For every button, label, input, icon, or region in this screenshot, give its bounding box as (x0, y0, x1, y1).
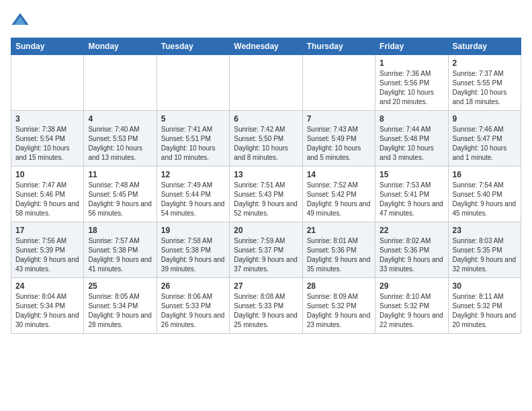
day-info: Sunrise: 8:08 AM Sunset: 5:33 PM Dayligh… (234, 292, 298, 330)
weekday-header: Saturday (448, 38, 521, 55)
day-info: Sunrise: 7:46 AM Sunset: 5:47 PM Dayligh… (453, 125, 517, 163)
calendar-body: 1Sunrise: 7:36 AM Sunset: 5:56 PM Daylig… (11, 55, 521, 334)
calendar-cell: 3Sunrise: 7:38 AM Sunset: 5:54 PM Daylig… (11, 111, 84, 167)
day-info: Sunrise: 7:44 AM Sunset: 5:48 PM Dayligh… (380, 125, 443, 163)
day-info: Sunrise: 7:52 AM Sunset: 5:42 PM Dayligh… (307, 181, 371, 218)
day-info: Sunrise: 7:36 AM Sunset: 5:56 PM Dayligh… (380, 69, 443, 107)
weekday-header: Thursday (302, 38, 375, 55)
day-info: Sunrise: 7:51 AM Sunset: 5:43 PM Dayligh… (234, 181, 298, 218)
day-info: Sunrise: 8:01 AM Sunset: 5:36 PM Dayligh… (307, 236, 371, 274)
calendar-cell: 12Sunrise: 7:49 AM Sunset: 5:44 PM Dayli… (157, 167, 229, 222)
calendar-cell: 2Sunrise: 7:37 AM Sunset: 5:55 PM Daylig… (448, 55, 521, 111)
day-info: Sunrise: 7:53 AM Sunset: 5:41 PM Dayligh… (380, 181, 443, 218)
calendar-week-row: 17Sunrise: 7:56 AM Sunset: 5:39 PM Dayli… (11, 222, 521, 278)
day-number: 5 (161, 114, 225, 124)
day-number: 25 (88, 281, 152, 291)
calendar-cell: 27Sunrise: 8:08 AM Sunset: 5:33 PM Dayli… (230, 278, 302, 334)
day-number: 21 (307, 226, 371, 235)
day-info: Sunrise: 8:05 AM Sunset: 5:34 PM Dayligh… (88, 292, 152, 330)
calendar-cell: 30Sunrise: 8:11 AM Sunset: 5:32 PM Dayli… (448, 278, 521, 334)
day-info: Sunrise: 8:02 AM Sunset: 5:36 PM Dayligh… (380, 236, 443, 274)
day-number: 27 (234, 281, 298, 291)
calendar-cell: 18Sunrise: 7:57 AM Sunset: 5:38 PM Dayli… (84, 222, 157, 278)
weekday-header: Sunday (11, 38, 84, 55)
day-info: Sunrise: 7:49 AM Sunset: 5:44 PM Dayligh… (161, 181, 225, 218)
calendar-cell: 25Sunrise: 8:05 AM Sunset: 5:34 PM Dayli… (84, 278, 157, 334)
day-number: 6 (234, 114, 298, 124)
day-number: 29 (380, 281, 443, 291)
day-info: Sunrise: 7:40 AM Sunset: 5:53 PM Dayligh… (88, 125, 152, 163)
weekday-header: Monday (84, 38, 157, 55)
day-number: 23 (453, 226, 517, 235)
day-number: 22 (380, 226, 443, 235)
calendar-cell (157, 55, 229, 111)
calendar-cell: 16Sunrise: 7:54 AM Sunset: 5:40 PM Dayli… (448, 167, 521, 222)
calendar-cell: 5Sunrise: 7:41 AM Sunset: 5:51 PM Daylig… (157, 111, 229, 167)
day-number: 1 (380, 58, 443, 68)
day-number: 24 (15, 281, 79, 291)
calendar-cell (11, 55, 84, 111)
day-info: Sunrise: 7:41 AM Sunset: 5:51 PM Dayligh… (161, 125, 225, 163)
calendar-cell: 26Sunrise: 8:06 AM Sunset: 5:33 PM Dayli… (157, 278, 229, 334)
calendar-header: SundayMondayTuesdayWednesdayThursdayFrid… (11, 38, 521, 55)
day-number: 28 (307, 281, 371, 291)
calendar-cell: 10Sunrise: 7:47 AM Sunset: 5:46 PM Dayli… (11, 167, 84, 222)
calendar-cell: 8Sunrise: 7:44 AM Sunset: 5:48 PM Daylig… (375, 111, 448, 167)
logo (11, 11, 32, 30)
calendar-cell: 20Sunrise: 7:59 AM Sunset: 5:37 PM Dayli… (230, 222, 302, 278)
calendar-cell: 9Sunrise: 7:46 AM Sunset: 5:47 PM Daylig… (448, 111, 521, 167)
weekday-header: Wednesday (230, 38, 302, 55)
day-info: Sunrise: 7:43 AM Sunset: 5:49 PM Dayligh… (307, 125, 371, 163)
day-info: Sunrise: 7:58 AM Sunset: 5:38 PM Dayligh… (161, 236, 225, 274)
day-number: 9 (453, 114, 517, 124)
day-number: 3 (15, 114, 79, 124)
logo-icon (11, 11, 30, 30)
day-info: Sunrise: 7:59 AM Sunset: 5:37 PM Dayligh… (234, 236, 298, 274)
day-number: 19 (161, 226, 225, 235)
day-number: 18 (88, 226, 152, 235)
calendar-cell: 17Sunrise: 7:56 AM Sunset: 5:39 PM Dayli… (11, 222, 84, 278)
day-number: 26 (161, 281, 225, 291)
weekday-header: Friday (375, 38, 448, 55)
calendar-cell: 24Sunrise: 8:04 AM Sunset: 5:34 PM Dayli… (11, 278, 84, 334)
day-number: 14 (307, 170, 371, 179)
day-number: 7 (307, 114, 371, 124)
day-info: Sunrise: 8:04 AM Sunset: 5:34 PM Dayligh… (15, 292, 79, 330)
day-number: 10 (15, 170, 79, 179)
calendar-cell (84, 55, 157, 111)
day-number: 4 (88, 114, 152, 124)
day-number: 8 (380, 114, 443, 124)
calendar-cell (302, 55, 375, 111)
day-info: Sunrise: 7:56 AM Sunset: 5:39 PM Dayligh… (15, 236, 79, 274)
calendar-cell: 11Sunrise: 7:48 AM Sunset: 5:45 PM Dayli… (84, 167, 157, 222)
calendar-cell: 7Sunrise: 7:43 AM Sunset: 5:49 PM Daylig… (302, 111, 375, 167)
calendar-cell (230, 55, 302, 111)
calendar-cell: 4Sunrise: 7:40 AM Sunset: 5:53 PM Daylig… (84, 111, 157, 167)
day-info: Sunrise: 8:09 AM Sunset: 5:32 PM Dayligh… (307, 292, 371, 330)
day-number: 2 (453, 58, 517, 68)
calendar-cell: 13Sunrise: 7:51 AM Sunset: 5:43 PM Dayli… (230, 167, 302, 222)
calendar-week-row: 10Sunrise: 7:47 AM Sunset: 5:46 PM Dayli… (11, 167, 521, 222)
page-header (11, 11, 521, 30)
day-info: Sunrise: 8:11 AM Sunset: 5:32 PM Dayligh… (453, 292, 517, 330)
day-number: 11 (88, 170, 152, 179)
day-number: 30 (453, 281, 517, 291)
calendar-cell: 6Sunrise: 7:42 AM Sunset: 5:50 PM Daylig… (230, 111, 302, 167)
day-number: 17 (15, 226, 79, 235)
calendar-cell: 22Sunrise: 8:02 AM Sunset: 5:36 PM Dayli… (375, 222, 448, 278)
calendar-cell: 19Sunrise: 7:58 AM Sunset: 5:38 PM Dayli… (157, 222, 229, 278)
day-number: 20 (234, 226, 298, 235)
calendar-cell: 29Sunrise: 8:10 AM Sunset: 5:32 PM Dayli… (375, 278, 448, 334)
day-info: Sunrise: 7:37 AM Sunset: 5:55 PM Dayligh… (453, 69, 517, 107)
day-info: Sunrise: 7:57 AM Sunset: 5:38 PM Dayligh… (88, 236, 152, 274)
calendar-table: SundayMondayTuesdayWednesdayThursdayFrid… (11, 38, 521, 334)
day-number: 12 (161, 170, 225, 179)
day-info: Sunrise: 7:54 AM Sunset: 5:40 PM Dayligh… (453, 181, 517, 218)
calendar-cell: 28Sunrise: 8:09 AM Sunset: 5:32 PM Dayli… (302, 278, 375, 334)
day-info: Sunrise: 7:48 AM Sunset: 5:45 PM Dayligh… (88, 181, 152, 218)
day-info: Sunrise: 7:38 AM Sunset: 5:54 PM Dayligh… (15, 125, 79, 163)
day-number: 15 (380, 170, 443, 179)
day-number: 16 (453, 170, 517, 179)
weekday-header: Tuesday (157, 38, 229, 55)
calendar-cell: 23Sunrise: 8:03 AM Sunset: 5:35 PM Dayli… (448, 222, 521, 278)
